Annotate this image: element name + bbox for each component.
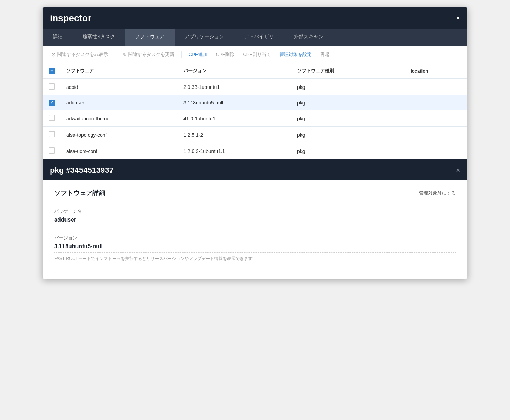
tab-details[interactable]: 詳細 xyxy=(43,29,73,46)
assign-cpe-label: CPE割り当て xyxy=(243,51,271,58)
restart-button[interactable]: 再起 xyxy=(317,50,332,59)
row-version: 3.118ubuntu5-null xyxy=(178,95,291,110)
software-table: ソフトウェア バージョン ソフトウェア種別 ↓ location acpid2.… xyxy=(43,63,467,159)
row-type: pkg xyxy=(291,127,405,143)
row-type: pkg xyxy=(291,95,405,110)
assign-cpe-button[interactable]: CPE割り当て xyxy=(240,50,274,59)
remove-cpe-label: CPE削除 xyxy=(216,51,235,58)
detail-section-title: ソフトウェア詳細 xyxy=(54,189,105,197)
row-checkbox-cell xyxy=(43,143,61,159)
restart-label: 再起 xyxy=(320,51,329,58)
row-checkbox[interactable] xyxy=(49,83,55,90)
col-header-software: ソフトウェア xyxy=(61,63,178,79)
row-checkbox-cell xyxy=(43,127,61,143)
row-checkbox-cell xyxy=(43,95,61,110)
row-checkbox-cell xyxy=(43,79,61,95)
table-header-row: ソフトウェア バージョン ソフトウェア種別 ↓ location xyxy=(43,63,467,79)
software-table-container: ソフトウェア バージョン ソフトウェア種別 ↓ location acpid2.… xyxy=(43,63,467,159)
detail-body: ソフトウェア詳細 管理対象外にする パッケージ名 adduser バージョン 3… xyxy=(43,180,467,279)
row-version: 2.0.33-1ubuntu1 xyxy=(178,79,291,95)
detail-panel-title: pkg #3454513937 xyxy=(50,166,114,175)
toolbar-divider-1 xyxy=(115,51,115,58)
version-label: バージョン xyxy=(54,235,456,241)
select-all-checkbox[interactable] xyxy=(49,68,55,74)
add-cpe-button[interactable]: CPE追加 xyxy=(186,50,210,59)
toolbar: ⊘ 関連するタスクを非表示 ✎ 関連するタスクを更新 CPE追加 CPE削除 C… xyxy=(43,46,467,63)
row-software-name: alsa-ucm-conf xyxy=(61,143,178,159)
set-managed-button[interactable]: 管理対象を設定 xyxy=(277,50,314,59)
row-version: 1.2.6.3-1ubuntu1.1 xyxy=(178,143,291,159)
package-name-value: adduser xyxy=(54,217,456,226)
row-type: pkg xyxy=(291,110,405,127)
sort-icon: ↓ xyxy=(337,69,339,73)
row-checkbox[interactable] xyxy=(49,147,55,154)
inspector-title: inspector xyxy=(50,13,91,24)
tab-software[interactable]: ソフトウェア xyxy=(125,29,175,46)
update-tasks-button[interactable]: ✎ 関連するタスクを更新 xyxy=(120,50,177,59)
table-row[interactable]: adduser3.118ubuntu5-nullpkg xyxy=(43,95,467,110)
row-type: pkg xyxy=(291,79,405,95)
hide-tasks-icon: ⊘ xyxy=(51,52,56,57)
row-software-name: adwaita-icon-theme xyxy=(61,110,178,127)
edit-icon: ✎ xyxy=(123,52,126,57)
tabs-bar: 詳細 脆弱性×タスク ソフトウェア アプリケーション アドバイザリ 外部スキャン xyxy=(43,29,467,46)
col-header-location: location xyxy=(405,63,467,79)
version-note: FAST-ROOTモードでインストーラを実行するとリリースバージョンやアップデー… xyxy=(54,256,456,262)
tab-vulntasks[interactable]: 脆弱性×タスク xyxy=(73,29,125,46)
row-location xyxy=(405,95,467,110)
row-checkbox[interactable] xyxy=(49,115,55,121)
detail-header: pkg #3454513937 × xyxy=(43,160,467,180)
row-type: pkg xyxy=(291,143,405,159)
set-managed-label: 管理対象を設定 xyxy=(279,51,312,58)
row-software-name: acpid xyxy=(61,79,178,95)
header-close-button[interactable]: × xyxy=(456,15,460,22)
row-checkbox[interactable] xyxy=(49,100,55,106)
table-row[interactable]: alsa-topology-conf1.2.5.1-2pkg xyxy=(43,127,467,143)
row-location xyxy=(405,110,467,127)
detail-close-button[interactable]: × xyxy=(456,166,460,175)
detail-panel: pkg #3454513937 × ソフトウェア詳細 管理対象外にする パッケー… xyxy=(43,159,467,279)
table-row[interactable]: alsa-ucm-conf1.2.6.3-1ubuntu1.1pkg xyxy=(43,143,467,159)
row-software-name: alsa-topology-conf xyxy=(61,127,178,143)
row-location xyxy=(405,143,467,159)
table-row[interactable]: acpid2.0.33-1ubuntu1pkg xyxy=(43,79,467,95)
inspector-panel: inspector × 詳細 脆弱性×タスク ソフトウェア アプリケーション ア… xyxy=(42,7,468,279)
row-checkbox-cell xyxy=(43,110,61,127)
row-checkbox[interactable] xyxy=(49,131,55,137)
package-name-field: パッケージ名 adduser xyxy=(54,208,456,226)
hide-tasks-label: 関連するタスクを非表示 xyxy=(57,51,108,58)
row-version: 41.0-1ubuntu1 xyxy=(178,110,291,127)
version-value: 3.118ubuntu5-null xyxy=(54,243,456,253)
row-version: 1.2.5.1-2 xyxy=(178,127,291,143)
tab-externalscan[interactable]: 外部スキャン xyxy=(284,29,333,46)
row-software-name: adduser xyxy=(61,95,178,110)
version-field: バージョン 3.118ubuntu5-null FAST-ROOTモードでインス… xyxy=(54,235,456,262)
row-location xyxy=(405,79,467,95)
remove-cpe-button[interactable]: CPE削除 xyxy=(213,50,238,59)
package-name-label: パッケージ名 xyxy=(54,208,456,215)
tab-applications[interactable]: アプリケーション xyxy=(175,29,234,46)
update-tasks-label: 関連するタスクを更新 xyxy=(128,51,174,58)
row-location xyxy=(405,127,467,143)
inspector-header: inspector × xyxy=(43,7,467,29)
detail-section-header: ソフトウェア詳細 管理対象外にする xyxy=(54,189,456,201)
col-header-checkbox xyxy=(43,63,61,79)
col-header-type[interactable]: ソフトウェア種別 ↓ xyxy=(291,63,405,79)
add-cpe-label: CPE追加 xyxy=(189,51,208,58)
table-row[interactable]: adwaita-icon-theme41.0-1ubuntu1pkg xyxy=(43,110,467,127)
unmanage-action[interactable]: 管理対象外にする xyxy=(419,190,456,196)
toolbar-divider-2 xyxy=(181,51,182,58)
tab-advisory[interactable]: アドバイザリ xyxy=(234,29,284,46)
hide-tasks-button[interactable]: ⊘ 関連するタスクを非表示 xyxy=(49,50,111,59)
col-header-version: バージョン xyxy=(178,63,291,79)
